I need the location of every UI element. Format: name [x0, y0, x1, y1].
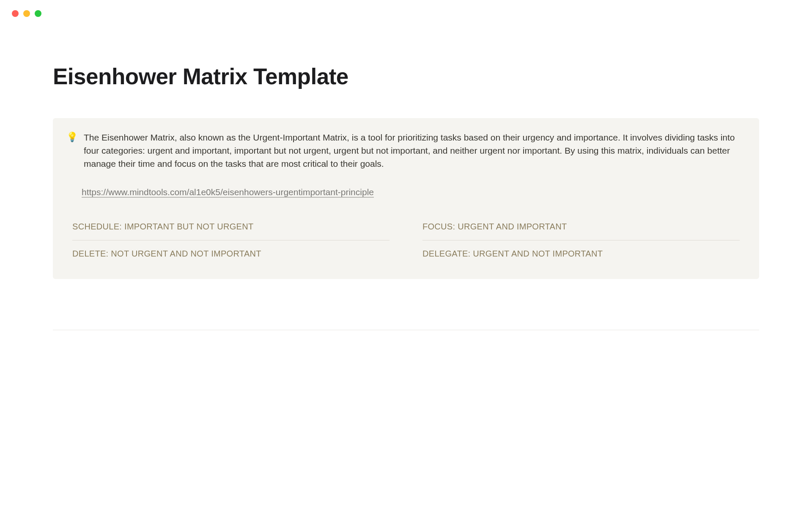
- callout-block[interactable]: 💡 The Eisenhower Matrix, also known as t…: [53, 118, 759, 279]
- matrix-label-focus: FOCUS: URGENT AND IMPORTANT: [422, 222, 567, 231]
- reference-link[interactable]: https://www.mindtools.com/al1e0k5/eisenh…: [82, 187, 374, 197]
- maximize-window-button[interactable]: [35, 10, 41, 17]
- lightbulb-icon: 💡: [66, 131, 78, 170]
- matrix-cell-schedule[interactable]: SCHEDULE: IMPORTANT BUT NOT URGENT: [72, 220, 390, 240]
- matrix-cell-focus[interactable]: FOCUS: URGENT AND IMPORTANT: [422, 220, 740, 240]
- matrix-cell-delegate[interactable]: DELEGATE: URGENT AND NOT IMPORTANT: [422, 240, 740, 264]
- callout-description[interactable]: The Eisenhower Matrix, also known as the…: [84, 131, 746, 170]
- matrix-label-schedule: SCHEDULE: IMPORTANT BUT NOT URGENT: [72, 222, 253, 231]
- callout-text-row: 💡 The Eisenhower Matrix, also known as t…: [66, 131, 746, 170]
- minimize-window-button[interactable]: [23, 10, 30, 17]
- section-divider: [53, 330, 759, 330]
- matrix-cell-delete[interactable]: DELETE: NOT URGENT AND NOT IMPORTANT: [72, 240, 390, 264]
- matrix-label-delegate: DELEGATE: URGENT AND NOT IMPORTANT: [422, 249, 603, 258]
- window-traffic-lights: [0, 0, 812, 17]
- page-title[interactable]: Eisenhower Matrix Template: [53, 64, 759, 89]
- page-content: Eisenhower Matrix Template 💡 The Eisenho…: [0, 17, 812, 279]
- close-window-button[interactable]: [12, 10, 19, 17]
- eisenhower-matrix-grid: SCHEDULE: IMPORTANT BUT NOT URGENT FOCUS…: [66, 220, 746, 264]
- matrix-label-delete: DELETE: NOT URGENT AND NOT IMPORTANT: [72, 249, 261, 258]
